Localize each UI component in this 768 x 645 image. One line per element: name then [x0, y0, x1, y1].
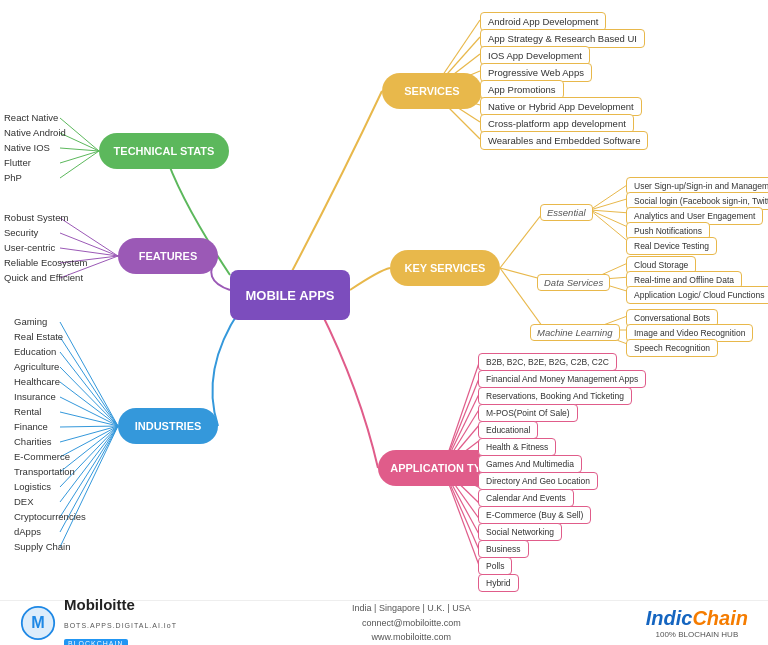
svg-line-50 [60, 382, 118, 426]
feature-item-4: Reliable Ecosystem [4, 257, 87, 268]
footer: M Mobiloitte BOTS.APPS.DIGITAL.AI.IoT BL… [0, 600, 768, 645]
logo-sub: BOTS.APPS.DIGITAL.AI.IoT [64, 622, 177, 629]
contact-line3: www.mobiloitte.com [352, 630, 471, 644]
app-type-item-4: M-POS(Point Of Sale) [478, 404, 578, 422]
industry-item-11: Transportation [14, 466, 75, 477]
industry-item-14: Cryptocurrencies [14, 511, 86, 522]
services-label: SERVICES [404, 85, 459, 97]
svg-line-53 [60, 426, 118, 427]
industry-item-13: DEX [14, 496, 34, 507]
tech-item-5: PhP [4, 172, 22, 183]
svg-line-37 [60, 133, 99, 151]
svg-text:M: M [31, 613, 44, 631]
app-type-item-2: Financial And Money Management Apps [478, 370, 646, 388]
svg-line-47 [60, 337, 118, 426]
features-label: FEATURES [139, 250, 197, 262]
svg-line-61 [60, 426, 118, 547]
app-type-item-10: E-Commerce (Buy & Sell) [478, 506, 591, 524]
feature-item-5: Quick and Efficient [4, 272, 83, 283]
industry-item-10: E-Commerce [14, 451, 70, 462]
app-type-item-9: Calendar And Events [478, 489, 574, 507]
app-type-item-5: Educational [478, 421, 538, 439]
app-type-item-7: Games And Multimedia [478, 455, 582, 473]
technical-stats-node: TECHNICAL STATS [99, 133, 229, 169]
app-type-item-14: Hybrid [478, 574, 519, 592]
logo-name: Mobiloitte [64, 596, 135, 613]
svg-line-11 [590, 183, 630, 210]
industry-item-5: Healthcare [14, 376, 60, 387]
industry-item-8: Finance [14, 421, 48, 432]
tech-item-1: React Native [4, 112, 58, 123]
technical-stats-label: TECHNICAL STATS [114, 145, 215, 157]
mobiloitte-logo-icon: M [20, 605, 56, 641]
contact-line1: India | Singapore | U.K. | USA [352, 601, 471, 615]
industry-item-3: Education [14, 346, 56, 357]
data-services-item-3: Application Logic/ Cloud Functions [626, 286, 768, 304]
industry-item-1: Gaming [14, 316, 47, 327]
mind-map: MOBILE APPS SERVICES Android App Develop… [0, 0, 768, 600]
indic-chain-title: IndicChain [646, 607, 748, 630]
svg-line-12 [590, 198, 630, 210]
svg-line-48 [60, 352, 118, 426]
svg-line-58 [60, 426, 118, 502]
app-type-item-1: B2B, B2C, B2E, B2G, C2B, C2C [478, 353, 617, 371]
services-item-8: Wearables and Embedded Software [480, 131, 648, 150]
svg-line-52 [60, 412, 118, 426]
industry-item-2: Real Estate [14, 331, 63, 342]
industry-item-4: Agriculture [14, 361, 59, 372]
contact-line2: connect@mobiloitte.com [352, 616, 471, 630]
app-type-item-12: Business [478, 540, 529, 558]
svg-line-49 [60, 367, 118, 426]
feature-item-2: Security [4, 227, 38, 238]
tech-item-3: Native IOS [4, 142, 50, 153]
svg-line-40 [60, 151, 99, 178]
svg-line-13 [590, 210, 630, 213]
indic-chain-sub: 100% BLОCHAIN HUB [646, 630, 748, 639]
industries-label: INDUSTRIES [135, 420, 202, 432]
industry-item-12: Logistics [14, 481, 51, 492]
indic-chain: IndicChain 100% BLОCHAIN HUB [646, 607, 748, 639]
key-services-label: KEY SERVICES [405, 262, 486, 274]
industry-item-7: Rental [14, 406, 41, 417]
svg-line-51 [60, 397, 118, 426]
services-node: SERVICES [382, 73, 482, 109]
logo-blockchain: BLOCKCHAIN [64, 639, 128, 645]
machine-learning-label: Machine Learning [530, 324, 620, 341]
center-node: MOBILE APPS [230, 270, 350, 320]
svg-line-41 [60, 218, 118, 256]
features-node: FEATURES [118, 238, 218, 274]
svg-line-43 [60, 248, 118, 256]
app-type-item-3: Reservations, Booking And Ticketing [478, 387, 632, 405]
industries-node: INDUSTRIES [118, 408, 218, 444]
ml-item-3: Speech Recognition [626, 339, 718, 357]
industry-item-15: dApps [14, 526, 41, 537]
svg-line-14 [590, 210, 630, 228]
industry-item-16: Supply Chain [14, 541, 71, 552]
industry-item-6: Insurance [14, 391, 56, 402]
svg-line-8 [500, 210, 545, 268]
app-type-item-13: Polls [478, 557, 512, 575]
svg-line-39 [60, 151, 99, 163]
logo-section: M Mobiloitte BOTS.APPS.DIGITAL.AI.IoT BL… [20, 596, 177, 645]
app-type-item-6: Health & Fitness [478, 438, 556, 456]
svg-line-38 [60, 148, 99, 151]
svg-line-42 [60, 233, 118, 256]
feature-item-1: Robust System [4, 212, 68, 223]
center-label: MOBILE APPS [245, 288, 334, 303]
app-type-item-8: Directory And Geo Location [478, 472, 598, 490]
mobiloitte-logo-text: Mobiloitte BOTS.APPS.DIGITAL.AI.IoT BLOC… [64, 596, 177, 645]
essential-item-5: Real Device Testing [626, 237, 717, 255]
svg-line-46 [60, 322, 118, 426]
app-type-item-11: Social Networking [478, 523, 562, 541]
essential-label: Essential [540, 204, 593, 221]
svg-line-54 [60, 426, 118, 442]
svg-line-36 [60, 118, 99, 151]
industry-item-9: Charities [14, 436, 52, 447]
feature-item-3: User-centric [4, 242, 55, 253]
footer-contact: India | Singapore | U.K. | USA connect@m… [352, 601, 471, 644]
tech-item-4: Flutter [4, 157, 31, 168]
key-services-node: KEY SERVICES [390, 250, 500, 286]
tech-item-2: Native Android [4, 127, 66, 138]
svg-line-15 [590, 210, 630, 243]
data-services-label: Data Services [537, 274, 610, 291]
